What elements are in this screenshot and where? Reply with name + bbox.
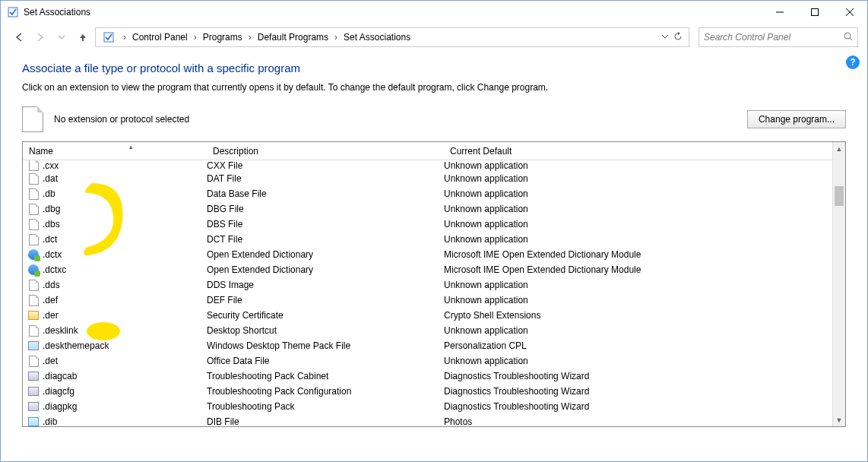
vertical-scrollbar[interactable]: ▲ ▼ xyxy=(832,142,845,426)
extension-description: Data Base File xyxy=(207,188,444,199)
breadcrumb[interactable]: Control Panel xyxy=(131,32,189,43)
extension-name: .dat xyxy=(43,173,207,184)
extension-default: Diagnostics Troubleshooting Wizard xyxy=(444,386,845,397)
close-button[interactable] xyxy=(832,1,867,24)
search-input[interactable] xyxy=(704,32,844,43)
table-row[interactable]: .defDEF FileUnknown application xyxy=(23,293,845,308)
file-icon xyxy=(27,294,40,306)
content-area: Associate a file type or protocol with a… xyxy=(1,51,867,427)
table-row[interactable]: .dbgDBG FileUnknown application xyxy=(23,201,845,217)
extension-name: .der xyxy=(43,310,207,321)
extension-default: Microsoft IME Open Extended Dictionary M… xyxy=(444,249,845,260)
extension-description: DEF File xyxy=(207,295,444,305)
minimize-button[interactable] xyxy=(762,1,797,24)
search-box[interactable] xyxy=(699,27,858,47)
chevron-right-icon[interactable]: › xyxy=(120,32,129,43)
table-row[interactable]: .dctxcOpen Extended DictionaryMicrosoft … xyxy=(23,262,845,277)
up-button[interactable] xyxy=(74,28,92,46)
page-heading: Associate a file type or protocol with a… xyxy=(22,62,846,74)
table-row[interactable]: .ddsDDS ImageUnknown application xyxy=(23,277,845,293)
extension-name: .diagcfg xyxy=(43,386,207,397)
help-icon[interactable]: ? xyxy=(846,55,860,69)
table-row[interactable]: .desklinkDesktop ShortcutUnknown applica… xyxy=(23,323,845,338)
navigation-bar: › Control Panel › Programs › Default Pro… xyxy=(1,24,867,51)
extension-description: Open Extended Dictionary xyxy=(207,249,444,260)
file-icon xyxy=(27,279,40,291)
back-button[interactable] xyxy=(10,28,28,46)
list-body: .cxxCXX FileUnknown application.datDAT F… xyxy=(23,160,845,426)
extension-default: Unknown application xyxy=(444,160,845,171)
address-icon xyxy=(102,30,116,44)
extension-default: Personalization CPL xyxy=(444,340,845,351)
extension-default: Photos xyxy=(444,416,845,426)
extension-description: DBG File xyxy=(207,204,444,214)
address-bar[interactable]: › Control Panel › Programs › Default Pro… xyxy=(95,27,689,47)
extension-description: DCT File xyxy=(207,234,444,245)
scrollbar-thumb[interactable] xyxy=(835,186,844,206)
extension-description: Office Data File xyxy=(207,356,444,366)
breadcrumb[interactable]: Default Programs xyxy=(256,32,330,43)
extension-description: DDS Image xyxy=(207,280,444,290)
cab-icon xyxy=(27,385,40,397)
extension-description: CXX File xyxy=(207,160,444,171)
svg-line-8 xyxy=(850,38,852,40)
table-row[interactable]: .cxxCXX FileUnknown application xyxy=(23,160,845,171)
chevron-right-icon[interactable]: › xyxy=(246,32,255,43)
page-subtext: Click on an extension to view the progra… xyxy=(22,82,846,93)
file-icon xyxy=(27,188,40,200)
table-row[interactable]: .diagcabTroubleshooting Pack CabinetDiag… xyxy=(23,369,845,384)
scroll-down-icon[interactable]: ▼ xyxy=(833,413,845,426)
extension-description: DBS File xyxy=(207,219,444,229)
refresh-icon[interactable] xyxy=(673,32,683,43)
forward-button[interactable] xyxy=(31,28,49,46)
extension-default: Unknown application xyxy=(444,356,845,366)
column-header-description[interactable]: Description xyxy=(207,146,444,157)
table-row[interactable]: .deskthemepackWindows Desktop Theme Pack… xyxy=(23,338,845,353)
associations-list: Name ▴ Description Current Default .cxxC… xyxy=(22,141,846,427)
extension-default: Microsoft IME Open Extended Dictionary M… xyxy=(444,264,845,275)
maximize-button[interactable] xyxy=(797,1,832,24)
extension-description: Troubleshooting Pack Configuration xyxy=(207,386,444,397)
search-icon[interactable] xyxy=(844,32,853,43)
table-row[interactable]: .dibDIB FilePhotos xyxy=(23,414,845,426)
breadcrumb[interactable]: Programs xyxy=(201,32,244,43)
chevron-right-icon[interactable]: › xyxy=(191,32,200,43)
extension-description: Open Extended Dictionary xyxy=(207,264,444,275)
extension-description: Troubleshooting Pack Cabinet xyxy=(207,371,444,381)
extension-default: Unknown application xyxy=(444,295,845,305)
title-bar: Set Associations xyxy=(1,1,867,24)
extension-default: Unknown application xyxy=(444,173,845,184)
table-row[interactable]: .dbsDBS FileUnknown application xyxy=(23,217,845,232)
table-row[interactable]: .detOffice Data FileUnknown application xyxy=(23,353,845,369)
extension-name: .def xyxy=(43,295,207,305)
column-header-default[interactable]: Current Default xyxy=(444,146,845,157)
table-row[interactable]: .derSecurity CertificateCrypto Shell Ext… xyxy=(23,308,845,323)
extension-name: .diagcab xyxy=(43,371,207,381)
column-header-name[interactable]: Name xyxy=(23,146,207,157)
chevron-down-icon[interactable] xyxy=(661,32,669,43)
globe-icon xyxy=(27,264,40,276)
table-row[interactable]: .dbData Base FileUnknown application xyxy=(23,186,845,201)
table-row[interactable]: .dctxOpen Extended DictionaryMicrosoft I… xyxy=(23,247,845,262)
file-icon xyxy=(27,172,40,185)
breadcrumb[interactable]: Set Associations xyxy=(342,32,412,43)
selection-label: No extension or protocol selected xyxy=(54,114,189,125)
table-row[interactable]: .diagpkgTroubleshooting PackDiagnostics … xyxy=(23,399,845,414)
table-row[interactable]: .diagcfgTroubleshooting Pack Configurati… xyxy=(23,384,845,399)
cab-icon xyxy=(27,400,40,413)
table-row[interactable]: .dctDCT FileUnknown application xyxy=(23,232,845,247)
extension-name: .dctx xyxy=(43,249,207,260)
table-row[interactable]: .datDAT FileUnknown application xyxy=(23,171,845,186)
recent-dropdown[interactable] xyxy=(52,28,71,46)
change-program-button[interactable]: Change program... xyxy=(747,110,846,128)
extension-name: .deskthemepack xyxy=(43,340,207,351)
scroll-up-icon[interactable]: ▲ xyxy=(833,142,845,155)
file-icon xyxy=(27,160,40,171)
chevron-right-icon[interactable]: › xyxy=(331,32,341,43)
svg-rect-2 xyxy=(812,9,819,16)
extension-name: .dct xyxy=(43,234,207,245)
extension-description: Security Certificate xyxy=(207,310,444,321)
extension-default: Diagnostics Troubleshooting Wizard xyxy=(444,401,845,412)
extension-name: .db xyxy=(43,188,207,199)
file-icon xyxy=(22,106,43,132)
